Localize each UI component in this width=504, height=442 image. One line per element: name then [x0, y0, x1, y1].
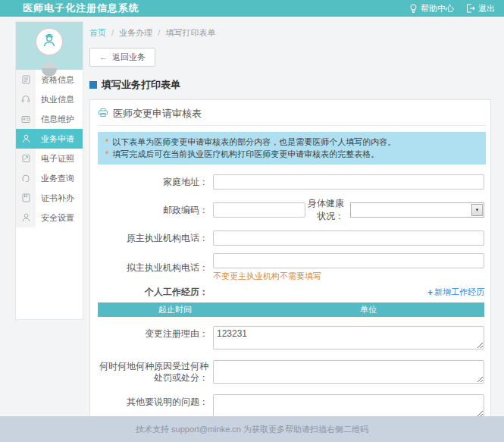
sidebar-item-business-application[interactable]: 业务申请: [16, 129, 83, 149]
home-address-label: 家庭地址：: [98, 177, 213, 188]
bulb-icon: [409, 4, 418, 14]
other-issues-textarea[interactable]: [213, 394, 484, 418]
form-title: 医师变更申请审核表: [113, 107, 202, 121]
back-arrow-icon: ←: [99, 53, 108, 61]
footer-text: 技术支持 support@minke.cn 为获取更多帮助请扫描右侧二维码: [136, 424, 368, 435]
logout-icon: [466, 4, 475, 13]
work-table-col-period: 起止时间: [98, 304, 252, 315]
info-notes-box: * 以下表单为医师变更申请审核表的部分内容，也是需要医师个人填写的内容。 * 填…: [98, 132, 486, 165]
breadcrumb: 首页 / 业务办理 / 填写打印表单: [89, 21, 491, 39]
doctor-icon: [41, 32, 58, 52]
change-reason-textarea[interactable]: 123231: [213, 326, 484, 350]
sidebar-item-practice-info[interactable]: 执业信息: [16, 89, 83, 109]
breadcrumb-home[interactable]: 首页: [89, 28, 106, 37]
note-line: * 以下表单为医师变更申请审核表的部分内容，也是需要医师个人填写的内容。: [105, 136, 478, 148]
note-marker: *: [105, 148, 108, 160]
form-row-home-address: 家庭地址：: [98, 174, 486, 190]
sidebar-item-label: 信息维护: [36, 114, 83, 125]
note-line: * 填写完成后可在当前执业医疗机构打印医师变更申请审核表的完整表格。: [105, 148, 478, 160]
sidebar-item-security-settings[interactable]: 安全设置: [16, 208, 83, 227]
work-experience-label: 个人工作经历：: [98, 287, 213, 298]
sidebar-item-label: 资格信息: [36, 74, 83, 86]
section-marker-icon: [89, 81, 97, 89]
sidebar-item-electronic-license[interactable]: 电子证照: [16, 149, 83, 168]
dropdown-arrow-icon: ▼: [471, 204, 483, 216]
notebook-icon: [16, 188, 36, 208]
sidebar-item-label: 电子证照: [36, 153, 83, 165]
breadcrumb-separator: /: [111, 28, 114, 37]
sidebar-item-label: 执业信息: [36, 94, 83, 105]
main-content: 首页 / 业务办理 / 填写打印表单 ← 返回业务 填写业务打印表单 医师变更申…: [89, 21, 491, 442]
user-avatar-panel: [16, 22, 83, 70]
sidebar-item-label: 业务申请: [36, 133, 83, 145]
form-panel: 医师变更申请审核表 * 以下表单为医师变更申请审核表的部分内容，也是需要医师个人…: [89, 99, 491, 442]
form-row-proposed-org-phone: 拟主执业机构电话： 不变更主执业机构不需要填写: [98, 253, 486, 282]
back-to-business-button[interactable]: ← 返回业务: [89, 48, 155, 67]
breadcrumb-current: 填写打印表单: [165, 28, 215, 37]
postal-code-label: 邮政编码：: [98, 205, 213, 216]
document-icon: [16, 70, 36, 89]
add-work-experience-label: 新增工作经历: [434, 287, 484, 298]
home-address-input[interactable]: [213, 174, 484, 190]
health-status-label: 身体健康状况：: [305, 197, 350, 223]
sidebar-item-business-query[interactable]: 业务查询: [16, 168, 83, 188]
service-icon: [16, 168, 36, 188]
sidebar-item-label: 业务查询: [36, 173, 83, 184]
proposed-org-phone-input[interactable]: [213, 253, 484, 268]
form-panel-header: 医师变更申请审核表: [98, 107, 486, 126]
sidebar-menu: 资格信息 执业信息 信息维护 业务申请: [16, 70, 83, 227]
sidebar-item-label: 证书补办: [36, 193, 83, 204]
help-center-button[interactable]: 帮助中心: [409, 3, 454, 14]
health-status-select[interactable]: ▼: [350, 202, 484, 218]
proposed-org-phone-hint: 不变更主执业机构不需要填写: [213, 271, 484, 282]
page-footer: 技术支持 support@minke.cn 为获取更多帮助请扫描右侧二维码: [0, 416, 504, 442]
punishment-textarea[interactable]: [213, 360, 484, 384]
note-text: 以下表单为医师变更申请审核表的部分内容，也是需要医师个人填写的内容。: [112, 136, 396, 148]
section-title-text: 填写业务打印表单: [102, 78, 180, 92]
top-bar: 医师电子化注册信息系统 帮助中心 退出: [0, 0, 504, 17]
punishment-label: 何时何地何种原因受过何种处罚或处分：: [98, 360, 213, 384]
note-text: 填写完成后可在当前执业医疗机构打印医师变更申请审核表的完整表格。: [112, 148, 379, 160]
work-table-col-unit: 单位: [252, 304, 484, 315]
logout-button[interactable]: 退出: [466, 3, 495, 14]
form-row-original-org-phone: 原主执业机构电话：: [98, 230, 486, 246]
form-body: 家庭地址： 邮政编码： 身体健康状况： ▼ 原主执业机构电话：: [98, 174, 486, 442]
original-org-phone-input[interactable]: [213, 230, 484, 246]
form-row-punishment: 何时何地何种原因受过何种处罚或处分：: [98, 360, 486, 387]
printer-icon: [98, 108, 108, 120]
back-button-label: 返回业务: [112, 52, 146, 63]
add-work-experience-link[interactable]: + 新增工作经历: [427, 287, 484, 298]
breadcrumb-business[interactable]: 业务办理: [119, 28, 152, 37]
app-title: 医师电子化注册信息系统: [23, 2, 139, 15]
plus-icon: +: [427, 287, 433, 298]
form-row-work-experience: 个人工作经历： + 新增工作经历: [98, 287, 486, 298]
logout-label: 退出: [478, 3, 495, 14]
original-org-phone-label: 原主执业机构电话：: [98, 233, 213, 244]
breadcrumb-separator: /: [158, 28, 160, 37]
postal-code-input[interactable]: [213, 202, 305, 218]
other-issues-label: 其他要说明的问题：: [98, 394, 213, 408]
user-shield-icon: [16, 208, 36, 227]
form-row-postal-health: 邮政编码： 身体健康状况： ▼: [98, 197, 486, 223]
certificate-icon: [16, 149, 36, 168]
sidebar-item-label: 安全设置: [36, 212, 83, 224]
change-reason-label: 变更注册理由：: [98, 326, 213, 340]
work-experience-table-header: 起止时间 单位: [98, 303, 484, 317]
help-center-label: 帮助中心: [421, 3, 454, 14]
note-marker: *: [105, 136, 108, 148]
sidebar-item-info-maintenance[interactable]: 信息维护: [16, 109, 83, 129]
proposed-org-phone-label: 拟主执业机构电话：: [98, 262, 213, 274]
avatar[interactable]: [36, 28, 63, 55]
avatar-decoration: [42, 61, 57, 77]
form-row-change-reason: 变更注册理由： 123231: [98, 326, 486, 353]
user-icon: [16, 129, 36, 149]
page-section-title: 填写业务打印表单: [89, 78, 491, 92]
sidebar-item-certificate-reissue[interactable]: 证书补办: [16, 188, 83, 208]
sidebar: 资格信息 执业信息 信息维护 业务申请: [15, 21, 83, 320]
headset-icon: [16, 89, 36, 109]
id-card-icon: [16, 109, 36, 129]
